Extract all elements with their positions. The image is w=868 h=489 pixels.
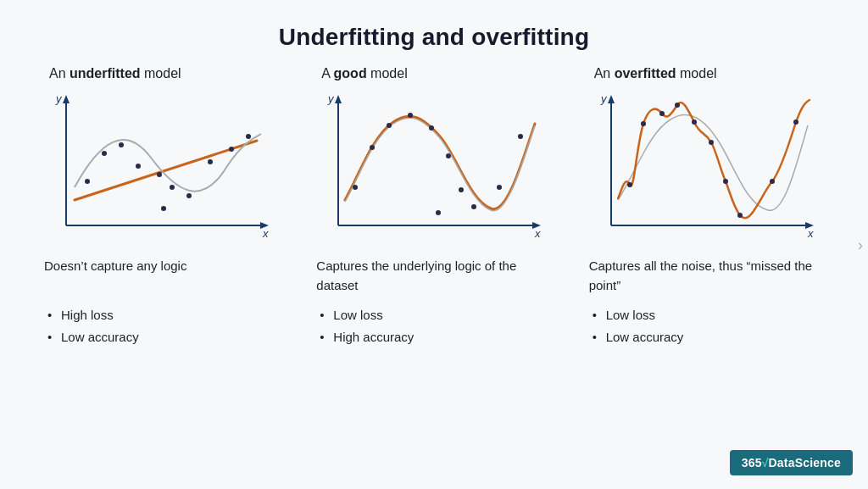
svg-point-29	[446, 153, 451, 158]
bullet-underfitted-1: Low accuracy	[47, 326, 139, 348]
svg-point-12	[170, 185, 175, 190]
branding-suffix: DataScience	[769, 456, 841, 470]
bullet-good-1: High accuracy	[320, 326, 414, 348]
panel-overfitted: An overfitted model y x	[570, 66, 843, 347]
svg-point-47	[723, 179, 728, 184]
svg-point-17	[246, 134, 251, 139]
svg-point-48	[737, 213, 743, 218]
svg-point-41	[627, 182, 632, 187]
panel-good-description: Captures the underlying logic of the dat…	[316, 257, 554, 297]
branding-check: √	[762, 456, 769, 470]
panel-underfitted-title: An underfitted model	[49, 66, 181, 81]
svg-point-8	[102, 151, 107, 156]
svg-point-43	[659, 111, 665, 116]
bullet-good-0: Low loss	[320, 304, 414, 326]
svg-text:y: y	[55, 92, 63, 105]
svg-point-50	[793, 119, 798, 125]
page-wrapper: Underfitting and overfitting An underfit…	[0, 0, 868, 489]
panel-underfitted-bullets: High loss Low accuracy	[47, 304, 139, 347]
svg-point-24	[353, 185, 358, 190]
svg-text:y: y	[327, 92, 335, 105]
svg-point-44	[675, 103, 680, 108]
svg-point-10	[136, 164, 141, 169]
main-title: Underfitting and overfitting	[279, 24, 589, 51]
svg-point-27	[408, 113, 413, 118]
svg-point-28	[429, 125, 434, 131]
svg-point-31	[471, 204, 476, 209]
panel-good-bullets: Low loss High accuracy	[320, 304, 414, 347]
chart-good: y x	[313, 90, 550, 247]
panels-container: An underfitted model y x	[0, 66, 868, 347]
panel-good-title: A good model	[321, 66, 407, 81]
svg-point-15	[208, 159, 213, 164]
panel-overfitted-bullets: Low loss Low accuracy	[593, 304, 684, 347]
bullet-underfitted-0: High loss	[47, 304, 139, 326]
svg-point-33	[518, 134, 523, 139]
branding-badge: 365√DataScience	[730, 450, 853, 475]
nav-next-arrow[interactable]: ›	[858, 236, 863, 253]
chart-overfitted: y x	[586, 90, 823, 247]
svg-point-16	[229, 147, 234, 152]
svg-point-46	[709, 140, 714, 145]
svg-text:y: y	[600, 92, 608, 105]
svg-point-7	[85, 179, 90, 184]
svg-point-30	[459, 187, 464, 192]
svg-point-9	[119, 142, 124, 147]
panel-good: A good model y x	[298, 66, 570, 347]
svg-marker-37	[608, 95, 615, 103]
svg-marker-20	[335, 95, 342, 103]
svg-point-42	[641, 121, 646, 126]
svg-marker-2	[63, 95, 70, 103]
panel-underfitted-description: Doesn’t capture any logic	[44, 257, 186, 297]
bullet-overfitted-1: Low accuracy	[593, 326, 684, 348]
panel-overfitted-description: Captures all the noise, thus “missed the…	[589, 257, 827, 297]
branding-prefix: 365	[742, 456, 762, 470]
panel-underfitted: An underfitted model y x	[25, 66, 298, 347]
svg-point-26	[387, 123, 392, 128]
bullet-overfitted-0: Low loss	[593, 304, 684, 326]
svg-point-49	[770, 179, 775, 184]
svg-point-32	[497, 185, 502, 190]
svg-text:x: x	[807, 227, 814, 240]
svg-text:x: x	[262, 227, 269, 240]
svg-point-14	[161, 206, 166, 211]
svg-text:x: x	[534, 227, 541, 240]
chart-underfitted: y x	[41, 90, 278, 247]
panel-overfitted-title: An overfitted model	[594, 66, 717, 81]
svg-point-34	[436, 210, 441, 215]
svg-point-13	[186, 193, 192, 198]
svg-point-45	[692, 119, 697, 125]
svg-point-25	[370, 145, 375, 150]
svg-point-11	[157, 172, 162, 177]
